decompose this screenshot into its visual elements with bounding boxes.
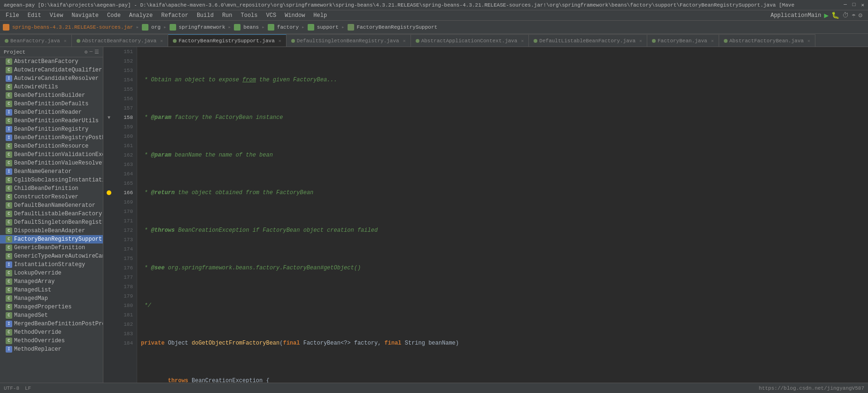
menu-vcs[interactable]: VCS xyxy=(263,11,280,20)
interface-icon: I xyxy=(6,321,12,327)
sidebar-item-managedarray[interactable]: C ManagedArray xyxy=(0,277,103,286)
sidebar-item-genericbeandefinition[interactable]: C GenericBeanDefinition xyxy=(0,244,103,252)
sidebar-item-lookupoverride[interactable]: C LookupOverride xyxy=(0,269,103,277)
sidebar-item-methodoverride[interactable]: C MethodOverride xyxy=(0,328,103,337)
sidebar-item-beandefinitionregistry[interactable]: I BeanDefinitionRegistry xyxy=(0,125,103,134)
sidebar-item-label: MethodOverrides xyxy=(14,338,65,344)
menu-refactor[interactable]: Refactor xyxy=(157,11,192,20)
code-line-152: * @param factory the FactoryBean instanc… xyxy=(141,113,868,122)
coverage-icon[interactable]: ☂ xyxy=(852,11,855,19)
tab-close-icon[interactable]: ✕ xyxy=(160,38,163,44)
tab-close-icon[interactable]: ✕ xyxy=(807,38,810,44)
menu-analyze[interactable]: Analyze xyxy=(125,11,156,20)
run-icon[interactable]: ▶ xyxy=(824,11,829,20)
tab-close-icon[interactable]: ✕ xyxy=(639,38,642,44)
pkg-icon-3 xyxy=(234,24,240,31)
menu-navigate[interactable]: Navigate xyxy=(68,11,102,20)
menu-code[interactable]: Code xyxy=(103,11,124,20)
tab-abstractapplicationcontext[interactable]: AbstractApplicationContext.java ✕ xyxy=(411,34,529,47)
sidebar-item-cglib[interactable]: C CglibSubclassingInstantiationSt... xyxy=(0,176,103,184)
fold-icon-158[interactable]: ▼ xyxy=(108,115,110,120)
sidebar-item-methodreplacer[interactable]: I MethodReplacer xyxy=(0,345,103,354)
tab-defaultsingleton[interactable]: DefaultSingletonBeanRegistry.java ✕ xyxy=(287,34,411,47)
gutter-182 xyxy=(103,320,115,329)
settings-icon[interactable]: ⚙ xyxy=(859,11,862,19)
menu-build[interactable]: Build xyxy=(193,11,217,20)
sidebar-item-beandefinitionvalidation[interactable]: C BeanDefinitionValidationExcept... xyxy=(0,150,103,159)
menu-run[interactable]: Run xyxy=(218,11,236,20)
tab-factorybeanregistrysupport[interactable]: FactoryBeanRegistrySupport.java ✕ xyxy=(168,34,287,47)
code-line-157: */ xyxy=(141,301,868,310)
tab-close-icon[interactable]: ✕ xyxy=(403,38,406,44)
gutter-155 xyxy=(103,85,115,94)
sidebar-item-generictypeaware[interactable]: C GenericTypeAwareAutowireCan... xyxy=(0,252,103,260)
tab-defaultlistable[interactable]: DefaultListableBeanFactory.java ✕ xyxy=(529,34,647,47)
line-num-164: 164 xyxy=(115,169,133,179)
sidebar-item-beandefinitiondefaults[interactable]: C BeanDefinitionDefaults xyxy=(0,100,103,108)
sidebar-item-label: ManagedProperties xyxy=(14,304,71,310)
sidebar-item-beandefinitionbuilder[interactable]: C BeanDefinitionBuilder xyxy=(0,91,103,100)
sidebar-item-managedlist[interactable]: C ManagedList xyxy=(0,286,103,294)
sidebar-item-beannamegenerator[interactable]: I BeanNameGenerator xyxy=(0,167,103,176)
code-editor[interactable]: ▼ xyxy=(103,47,868,393)
sidebar-item-constructorresolver[interactable]: C ConstructorResolver xyxy=(0,193,103,201)
menu-edit[interactable]: Edit xyxy=(24,11,45,20)
sidebar-item-beandefinitionvalueresolver[interactable]: C BeanDefinitionValueResolver xyxy=(0,159,103,167)
menu-file[interactable]: File xyxy=(2,11,23,20)
sidebar-item-defaultbeannamegenerator[interactable]: C DefaultBeanNameGenerator xyxy=(0,201,103,210)
sidebar-item-disposable[interactable]: C DisposableBeanAdapter xyxy=(0,227,103,235)
menu-view[interactable]: View xyxy=(46,11,67,20)
line-num-175: 175 xyxy=(115,254,133,263)
sidebar-item-label: BeanDefinitionRegistryPostProc... xyxy=(14,134,103,141)
sidebar-item-managedset[interactable]: C ManagedSet xyxy=(0,311,103,320)
debug-icon[interactable]: 🐛 xyxy=(831,11,839,19)
code-line-151: * Obtain an object to expose from the gi… xyxy=(141,75,868,85)
minimize-btn[interactable]: ─ xyxy=(844,2,847,8)
sidebar-collapse-icon[interactable]: ─ xyxy=(89,49,93,55)
tab-close-icon[interactable]: ✕ xyxy=(64,38,67,44)
sidebar-gear-icon[interactable]: ☰ xyxy=(94,49,99,55)
menu-window[interactable]: Window xyxy=(281,11,309,20)
tab-close-icon[interactable]: ✕ xyxy=(279,38,281,44)
sidebar-item-methodoverrides[interactable]: C MethodOverrides xyxy=(0,337,103,345)
tab-abstractfactorybean[interactable]: AbstractFactoryBean.java ✕ xyxy=(719,34,815,47)
sidebar-item-factorybeanregistrysupport[interactable]: C FactoryBeanRegistrySupport xyxy=(0,235,103,244)
sidebar-item-childbeandefinition[interactable]: C ChildBeanDefinition xyxy=(0,184,103,193)
gutter-174 xyxy=(103,244,115,254)
line-num-182: 182 xyxy=(115,320,133,329)
sidebar-item-autowireresolver[interactable]: I AutowireCandidateResolver xyxy=(0,74,103,83)
sidebar-item-managedproperties[interactable]: C ManagedProperties xyxy=(0,303,103,311)
tab-beanfactory[interactable]: BeanFactory.java ✕ xyxy=(0,34,72,47)
tab-label: DefaultSingletonBeanRegistry.java xyxy=(297,38,399,44)
status-url: https://blog.csdn.net/jingyangV587 xyxy=(759,385,864,391)
sidebar-item-autowireutils[interactable]: C AutowireUtils xyxy=(0,83,103,91)
title-bar: aegean-pay [D:\kaifa\projects\aegean-pay… xyxy=(0,0,868,10)
sidebar-item-beandefinitionreaderutils[interactable]: C BeanDefinitionReaderUtils xyxy=(0,117,103,125)
sidebar-item-beandefinitionregistrypost[interactable]: I BeanDefinitionRegistryPostProc... xyxy=(0,134,103,142)
line-num-174: 174 xyxy=(115,244,133,254)
tab-factorybean[interactable]: FactoryBean.java ✕ xyxy=(647,34,719,47)
tab-close-icon[interactable]: ✕ xyxy=(711,38,714,44)
sidebar-item-abstractbeanfactory[interactable]: C AbstractBeanFactory xyxy=(0,57,103,66)
menu-tools[interactable]: Tools xyxy=(237,11,262,20)
tab-abstractbeanfactory[interactable]: AbstractBeanFactory.java ✕ xyxy=(72,34,168,47)
sidebar-item-label: DefaultSingletonBeanRegistry xyxy=(14,219,103,226)
maximize-btn[interactable]: □ xyxy=(852,2,856,8)
sidebar-header-icons: ⚙ ─ ☰ xyxy=(85,49,99,55)
tab-close-icon[interactable]: ✕ xyxy=(521,38,524,44)
class-icon: C xyxy=(6,236,12,243)
profile-icon[interactable]: ⏱ xyxy=(842,12,849,19)
sidebar-item-defaultlistable[interactable]: C DefaultListableBeanFactory xyxy=(0,210,103,218)
sidebar-item-instantiation[interactable]: I InstantiationStrategy xyxy=(0,260,103,269)
sidebar-item-beandefinitionresource[interactable]: C BeanDefinitionResource xyxy=(0,142,103,150)
tab-label: FactoryBeanRegistrySupport.java xyxy=(178,38,275,44)
sidebar-item-beandefinitionreader[interactable]: I BeanDefinitionReader xyxy=(0,108,103,117)
menu-bar: File Edit View Navigate Code Analyze Ref… xyxy=(0,10,868,21)
sidebar-settings-icon[interactable]: ⚙ xyxy=(85,49,88,55)
sidebar-item-autowirequalifier[interactable]: C AutowireCandidateQualifier xyxy=(0,66,103,74)
sidebar-item-mergedbeandefinition[interactable]: I MergedBeanDefinitionPostProc... xyxy=(0,320,103,328)
menu-help[interactable]: Help xyxy=(310,11,331,20)
sidebar-item-managedmap[interactable]: C ManagedMap xyxy=(0,294,103,303)
close-btn[interactable]: ✕ xyxy=(861,2,864,8)
sidebar-item-defaultsingleton[interactable]: C DefaultSingletonBeanRegistry xyxy=(0,218,103,227)
